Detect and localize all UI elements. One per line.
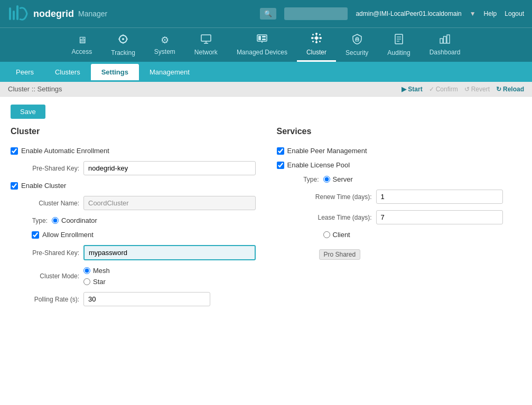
search-icon: 🔍 xyxy=(264,10,272,17)
enable-auto-enrollment-checkbox-label[interactable]: Enable Automatic Enrollment xyxy=(11,147,109,155)
svg-point-22 xyxy=(312,34,314,35)
cluster-mode-group: Cluster Mode: Mesh Star xyxy=(32,267,256,286)
enable-license-pool-checkbox[interactable] xyxy=(277,162,284,169)
enable-peer-mgmt-checkbox[interactable] xyxy=(277,147,284,155)
nav-label-dashboard: Dashboard xyxy=(430,49,461,56)
security-icon xyxy=(352,34,362,47)
cluster-name-input[interactable] xyxy=(83,196,256,210)
sub-nav-management[interactable]: Management xyxy=(139,64,200,80)
confirm-button[interactable]: ✓ Confirm xyxy=(429,86,458,93)
enable-license-pool-group: Enable License Pool xyxy=(277,161,522,169)
sub-nav-settings[interactable]: Settings xyxy=(91,64,139,80)
license-type-server-label[interactable]: Server xyxy=(323,175,353,183)
cluster-mode-star-label[interactable]: Star xyxy=(83,278,110,286)
nav-item-access[interactable]: 🖥 Access xyxy=(62,31,102,60)
license-type-label: Type: xyxy=(287,176,319,183)
pro-shared-badge: Pro Shared xyxy=(319,249,361,260)
license-type-client-group: Client xyxy=(287,231,522,239)
allow-enrollment-checkbox[interactable] xyxy=(32,231,39,239)
cluster-name-group: Cluster Name: xyxy=(21,196,256,210)
logo-icon xyxy=(8,3,29,24)
enable-peer-mgmt-group: Enable Peer Management xyxy=(277,147,522,155)
sub-nav-settings-label: Settings xyxy=(101,68,128,76)
svg-point-25 xyxy=(319,41,321,42)
svg-rect-2 xyxy=(16,5,18,20)
lease-time-input[interactable] xyxy=(376,210,503,224)
svg-point-24 xyxy=(312,41,314,42)
pre-shared-key-group: Pre-Shared Key: xyxy=(21,161,256,175)
enable-peer-mgmt-label: Enable Peer Management xyxy=(287,147,367,155)
svg-point-8 xyxy=(122,38,124,40)
pro-shared-group: Pro Shared xyxy=(319,249,522,260)
nav-item-tracking[interactable]: Tracking xyxy=(101,30,145,61)
enable-cluster-checkbox-label[interactable]: Enable Cluster xyxy=(11,182,66,190)
nav-item-security[interactable]: Security xyxy=(336,30,378,61)
help-button[interactable]: Help xyxy=(484,10,497,17)
license-type-client-radio[interactable] xyxy=(323,231,330,238)
cluster-type-row: Type: Coordinator xyxy=(21,216,256,224)
cluster-icon xyxy=(311,32,322,46)
license-type-client-label[interactable]: Client xyxy=(323,231,350,239)
sub-nav-management-label: Management xyxy=(150,68,190,76)
license-type-group: Type: Server xyxy=(287,175,522,183)
enable-license-pool-checkbox-label[interactable]: Enable License Pool xyxy=(277,161,350,169)
nav-label-security: Security xyxy=(346,49,368,56)
start-button[interactable]: ▶ Start xyxy=(402,86,422,93)
svg-rect-9 xyxy=(201,35,211,41)
cluster-pre-shared-key-group: Pre-Shared Key: xyxy=(32,245,256,260)
renew-time-input[interactable] xyxy=(376,190,503,204)
nav-item-dashboard[interactable]: Dashboard xyxy=(420,30,470,60)
header-user: admin@IMI-LocalPeer01.localdomain xyxy=(356,10,461,17)
logo-manager: Manager xyxy=(78,10,107,18)
enable-cluster-checkbox[interactable] xyxy=(11,182,18,190)
save-button[interactable]: Save xyxy=(11,105,45,119)
enable-auto-enrollment-checkbox[interactable] xyxy=(11,147,18,155)
cluster-pre-shared-key-input[interactable] xyxy=(83,245,256,260)
nav-label-system: System xyxy=(154,48,175,55)
cluster-type-coordinator-text: Coordinator xyxy=(61,216,97,224)
license-type-server-radio[interactable] xyxy=(323,176,330,183)
lease-time-label: Lease Time (days): xyxy=(309,214,372,221)
search-button[interactable]: 🔍 xyxy=(260,8,276,20)
cluster-mode-mesh-label[interactable]: Mesh xyxy=(83,267,110,275)
sub-nav: Peers Clusters Settings Management xyxy=(0,62,532,82)
logout-button[interactable]: Logout xyxy=(505,10,524,17)
allow-enrollment-label: Allow Enrollment xyxy=(42,231,94,239)
breadcrumb-bar: Cluster :: Settings ▶ Start ✓ Confirm ↺ … xyxy=(0,82,532,97)
svg-rect-37 xyxy=(444,36,446,43)
cluster-mode-label: Cluster Mode: xyxy=(32,272,79,280)
revert-button[interactable]: ↺ Revert xyxy=(464,86,490,93)
svg-rect-1 xyxy=(13,11,15,20)
nav-item-auditing[interactable]: Auditing xyxy=(378,30,419,61)
nav-item-system[interactable]: ⚙ System xyxy=(145,30,185,60)
license-type-client-text: Client xyxy=(333,231,350,239)
sub-nav-peers[interactable]: Peers xyxy=(5,64,44,80)
allow-enrollment-checkbox-label[interactable]: Allow Enrollment xyxy=(32,231,94,239)
cluster-mode-star-radio[interactable] xyxy=(83,278,90,285)
reload-button[interactable]: ↻ Reload xyxy=(496,86,524,93)
svg-rect-0 xyxy=(9,7,11,20)
renew-time-group: Renew Time (days): xyxy=(309,190,522,204)
header-search-input[interactable] xyxy=(284,7,348,20)
nav-label-tracking: Tracking xyxy=(111,49,135,56)
svg-point-19 xyxy=(315,41,318,43)
main-nav: 🖥 Access Tracking ⚙ System Network Manag… xyxy=(0,27,532,62)
svg-point-17 xyxy=(315,36,318,40)
cluster-mode-mesh-radio[interactable] xyxy=(83,267,90,274)
nav-item-cluster[interactable]: Cluster xyxy=(297,28,336,62)
nav-item-managed-devices[interactable]: Managed Devices xyxy=(227,30,297,60)
nav-label-cluster: Cluster xyxy=(306,49,326,56)
cluster-type-coordinator-label[interactable]: Coordinator xyxy=(52,216,97,224)
cluster-type-coordinator-radio[interactable] xyxy=(52,217,59,224)
enable-cluster-label: Enable Cluster xyxy=(21,182,66,190)
sub-nav-clusters[interactable]: Clusters xyxy=(44,64,91,80)
pre-shared-key-input[interactable] xyxy=(83,161,256,175)
nav-item-network[interactable]: Network xyxy=(185,30,227,60)
dashboard-icon xyxy=(440,34,450,46)
cluster-section: Cluster Enable Automatic Enrollment Pre-… xyxy=(11,127,256,313)
allow-enrollment-group: Allow Enrollment xyxy=(32,231,256,239)
cluster-mode-star-text: Star xyxy=(93,278,106,286)
polling-rate-input[interactable] xyxy=(83,292,210,306)
enable-peer-mgmt-checkbox-label[interactable]: Enable Peer Management xyxy=(277,147,367,155)
cluster-mode-options: Mesh Star xyxy=(83,267,110,286)
